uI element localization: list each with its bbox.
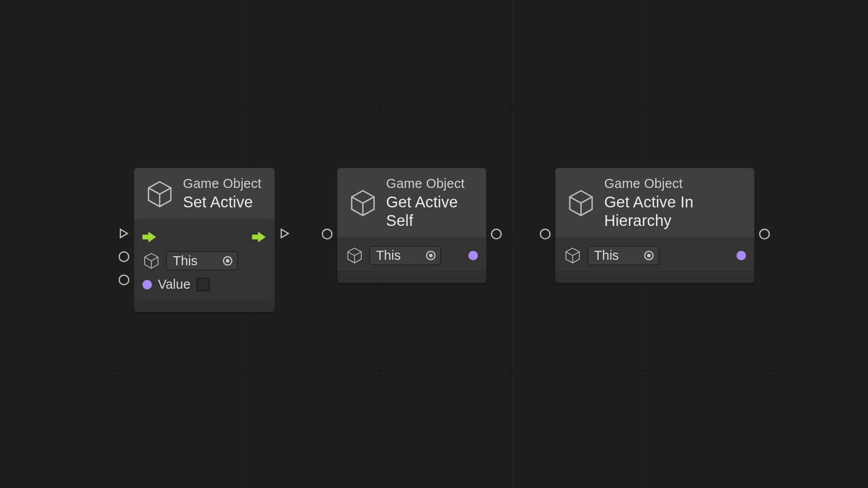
target-input-port[interactable]	[540, 229, 551, 239]
value-label: Value	[158, 277, 190, 292]
value-input-port[interactable]	[118, 275, 129, 286]
bool-output-port[interactable]	[759, 229, 770, 239]
node-header[interactable]: Game Object Set Active	[134, 168, 275, 219]
target-object-field[interactable]: This	[166, 251, 238, 270]
flow-in-port[interactable]	[118, 228, 129, 239]
value-row: Value	[142, 273, 266, 297]
node-footer	[555, 271, 754, 283]
node-title: Get Active In Hierarchy	[604, 193, 743, 230]
node-body: This	[555, 238, 754, 271]
flow-row	[142, 225, 266, 249]
cube-icon	[348, 188, 378, 218]
target-object-field[interactable]: This	[369, 246, 441, 265]
node-set-active[interactable]: Game Object Set Active This Value	[134, 168, 275, 312]
bool-output-icon	[468, 251, 478, 260]
object-picker-icon[interactable]	[644, 251, 654, 260]
cube-icon	[145, 179, 175, 209]
node-get-active-in-hierarchy[interactable]: Game Object Get Active In Hierarchy This	[555, 168, 754, 283]
node-get-active-self[interactable]: Game Object Get Active Self This	[337, 168, 486, 283]
object-picker-icon[interactable]	[426, 251, 435, 260]
target-row: This	[564, 244, 746, 267]
cube-icon	[142, 252, 160, 270]
target-row: This	[345, 244, 478, 267]
node-header[interactable]: Game Object Get Active Self	[337, 168, 486, 238]
target-object-value: This	[594, 248, 619, 263]
target-object-value: This	[173, 253, 198, 268]
target-object-field[interactable]: This	[588, 246, 659, 265]
bool-port-icon	[142, 280, 152, 289]
node-body: This	[337, 238, 486, 271]
bool-output-icon	[736, 251, 746, 260]
object-picker-icon[interactable]	[223, 256, 232, 266]
cube-icon	[566, 188, 596, 218]
target-object-value: This	[376, 248, 401, 263]
flow-out-arrow-icon	[252, 232, 267, 243]
target-input-port[interactable]	[118, 251, 129, 262]
bool-output-port[interactable]	[491, 229, 502, 239]
target-input-port[interactable]	[322, 229, 333, 239]
node-title: Set Active	[183, 193, 262, 211]
node-body: This Value	[134, 219, 275, 300]
node-header[interactable]: Game Object Get Active In Hierarchy	[555, 168, 754, 238]
node-footer	[134, 300, 275, 312]
node-category: Game Object	[604, 176, 743, 192]
node-category: Game Object	[386, 176, 476, 192]
graph-canvas[interactable]: Game Object Set Active This Value	[0, 0, 868, 488]
value-checkbox[interactable]	[196, 278, 209, 291]
flow-out-port[interactable]	[279, 228, 290, 239]
target-row: This	[142, 249, 266, 273]
flow-in-arrow-icon	[142, 232, 157, 243]
cube-icon	[345, 247, 363, 265]
node-footer	[337, 271, 486, 283]
node-category: Game Object	[183, 176, 262, 192]
cube-icon	[564, 247, 582, 265]
node-title: Get Active Self	[386, 193, 476, 230]
